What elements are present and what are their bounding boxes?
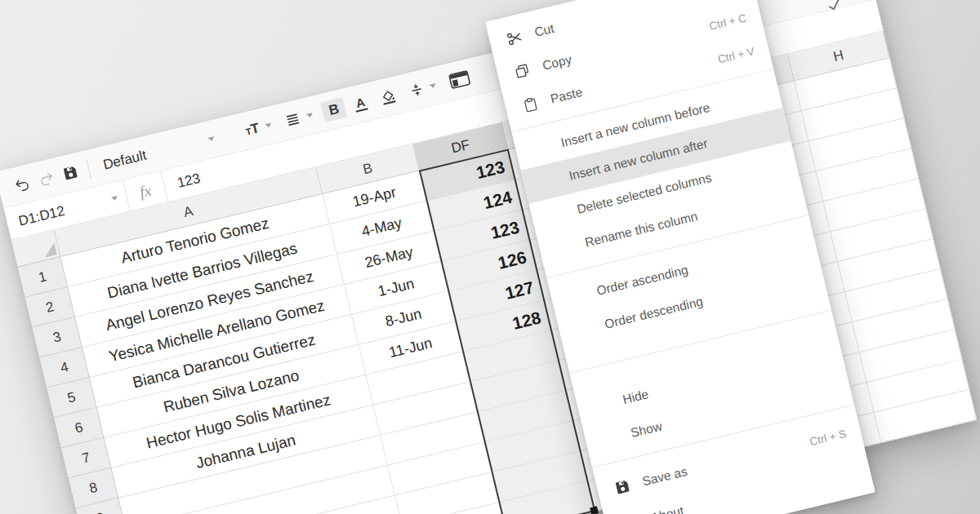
- menu-item-label: Hide: [621, 387, 650, 407]
- cell-range-value: D1:D12: [17, 202, 67, 229]
- menu-item-shortcut: Ctrl + V: [716, 45, 755, 65]
- style-dropdown-label: Default: [101, 147, 148, 173]
- fill-color-icon: [378, 86, 399, 106]
- chevron-down-icon: [207, 136, 215, 142]
- copy-icon: [510, 60, 534, 83]
- page-background: Default TTBA D1:D12 fx 123 ABDFEFGH1Artu…: [0, 0, 980, 514]
- menu-item-shortcut: Ctrl + C: [708, 11, 747, 32]
- menu-item-label: Show: [630, 419, 664, 441]
- underline-button[interactable]: A: [348, 91, 372, 116]
- chevron-down-icon: [430, 83, 437, 89]
- fill-color-button[interactable]: [373, 82, 403, 110]
- align-button[interactable]: [279, 104, 320, 132]
- paste-icon: [519, 92, 542, 116]
- panel-button[interactable]: [443, 65, 476, 93]
- align-icon: [283, 111, 301, 128]
- vertical-align-button[interactable]: [403, 73, 443, 103]
- bold-icon: B: [325, 101, 343, 118]
- chevron-down-icon: [306, 113, 314, 118]
- font-size-button[interactable]: TT: [239, 113, 278, 141]
- scissors-icon: [502, 26, 526, 50]
- menu-item-shortcut: Ctrl + S: [808, 427, 848, 447]
- vertical-align-icon: [408, 81, 425, 99]
- chevron-down-icon: [111, 196, 118, 202]
- chevron-down-icon: [265, 122, 273, 128]
- selection-fill-handle[interactable]: [590, 506, 599, 514]
- save-icon[interactable]: [55, 157, 85, 188]
- toolbar-divider: [86, 159, 91, 179]
- menu-item-label: Paste: [549, 85, 584, 107]
- font-size-icon: TT: [244, 121, 261, 138]
- underline-icon: A: [353, 95, 368, 112]
- menu-item-label: About: [650, 503, 686, 514]
- menu-item-label: Cut: [533, 21, 556, 40]
- floppy-icon: [610, 475, 634, 498]
- menu-item-label: Copy: [541, 52, 572, 73]
- panel-icon: [448, 69, 472, 89]
- bold-button[interactable]: B: [320, 97, 347, 122]
- menu-item-label: Save as: [641, 464, 689, 490]
